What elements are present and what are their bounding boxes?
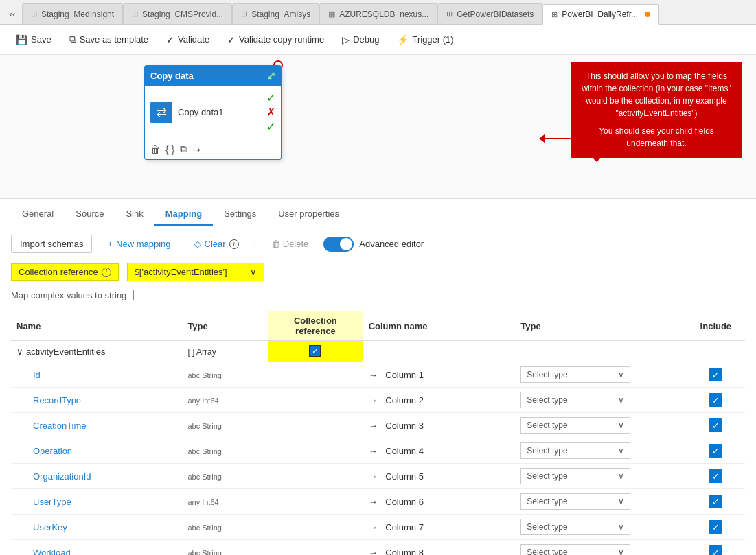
tab-icon: ⊞ [551, 10, 558, 19]
delete-action-icon[interactable]: 🗑 [150, 144, 160, 155]
tabs-bar: ‹‹ ⊞ Staging_MedInsight ⊞ Staging_CMSPro… [0, 0, 756, 25]
row-type2-cell: Select type ∨ [515, 413, 686, 438]
clear-button[interactable]: ◇ Clear i [186, 235, 247, 252]
select-type-dropdown[interactable]: Select type ∨ [520, 544, 630, 555]
row-type-cell: abc String [182, 464, 268, 489]
validate-copy-runtime-button[interactable]: ✓ Validate copy runtime [220, 31, 332, 49]
select-type-dropdown[interactable]: Select type ∨ [520, 442, 630, 459]
field-name: RecordType [33, 395, 81, 405]
row-name-cell: RecordType [11, 388, 182, 413]
collection-reference-label: Collection reference i [11, 263, 119, 281]
debug-label: Debug [353, 34, 379, 45]
field-name: OrganizationId [33, 471, 91, 482]
collection-ref-checkbox[interactable]: ✓ [309, 345, 321, 357]
check-green-icon: ✓ [266, 91, 275, 104]
row-type2-cell: Select type ∨ [515, 540, 686, 556]
include-checkbox[interactable]: ✓ [709, 469, 722, 483]
include-checkbox[interactable]: ✓ [709, 368, 722, 381]
tab-staging-cmsprovid[interactable]: ⊞ Staging_CMSProvid... [123, 3, 232, 24]
tab-powerbi-dailyrefr[interactable]: ⊞ PowerBI_DailyRefr... [542, 4, 659, 25]
table-row: OrganizationId abc String → Column 5 Sel… [11, 464, 745, 489]
include-checkbox[interactable]: ✓ [709, 520, 722, 534]
expand-icon[interactable]: ⤢ [266, 69, 275, 82]
table-row: UserKey abc String → Column 7 Select typ… [11, 515, 745, 540]
new-mapping-button[interactable]: + New mapping [99, 235, 179, 252]
arrow-action-icon[interactable]: ⇢ [192, 144, 201, 155]
row-colref-cell: ✓ [268, 341, 363, 362]
select-type-dropdown[interactable]: Select type ∨ [520, 417, 630, 434]
sub-tab-general[interactable]: General [11, 203, 65, 226]
collection-reference-text: Collection reference [19, 267, 98, 277]
row-colname-cell [363, 341, 516, 362]
row-type2-cell [515, 341, 686, 362]
tab-staging-amisys[interactable]: ⊞ Staging_Amisys [232, 3, 319, 24]
validate-button[interactable]: ✓ Validate [159, 31, 217, 49]
collection-reference-info-icon[interactable]: i [102, 268, 111, 277]
tab-nav-back[interactable]: ‹‹ [3, 3, 22, 24]
tab-label: Staging_MedInsight [41, 10, 114, 19]
sub-tab-source[interactable]: Source [65, 203, 115, 226]
row-name-cell: OrganizationId [11, 464, 182, 489]
select-type-value: Select type [527, 497, 567, 506]
sub-tabs: General Source Sink Mapping Settings Use… [0, 199, 756, 226]
sub-tab-settings[interactable]: Settings [213, 203, 267, 226]
sub-tab-general-label: General [22, 209, 54, 219]
select-type-chevron: ∨ [618, 395, 624, 405]
tab-getpowerbi-datasets[interactable]: ⊞ GetPowerBIDatasets [437, 3, 542, 24]
clear-info-icon[interactable]: i [229, 239, 239, 249]
include-checkbox[interactable]: ✓ [709, 495, 722, 508]
sub-tab-source-label: Source [76, 209, 104, 219]
save-icon: 💾 [16, 34, 27, 45]
row-name-cell: UserType [11, 489, 182, 515]
include-checkbox[interactable]: ✓ [709, 418, 722, 432]
tab-staging-medinsight[interactable]: ⊞ Staging_MedInsight [22, 3, 123, 24]
column-name: Column 2 [385, 395, 424, 405]
trigger-button[interactable]: ⚡ Trigger (1) [389, 31, 461, 49]
tab-azuresqldb-nexus[interactable]: ▦ AZURESQLDB_nexus... [319, 3, 437, 24]
arrow-right: → [369, 471, 378, 482]
debug-button[interactable]: ▷ Debug [334, 31, 387, 49]
expand-chevron[interactable]: ∨ [16, 346, 23, 357]
include-checkbox[interactable]: ✓ [709, 545, 722, 555]
row-name-cell: Id [11, 362, 182, 388]
sub-tab-user-properties[interactable]: User properties [267, 203, 350, 226]
type-badge: any Int64 [187, 397, 218, 405]
select-type-dropdown[interactable]: Select type ∨ [520, 468, 630, 484]
field-name: UserType [33, 497, 71, 507]
copy-action-icon[interactable]: ⧉ [180, 143, 187, 155]
sub-tab-sink[interactable]: Sink [115, 203, 154, 226]
select-type-dropdown[interactable]: Select type ∨ [520, 392, 630, 408]
import-schemas-button[interactable]: Import schemas [11, 235, 92, 253]
map-complex-checkbox[interactable] [133, 290, 144, 300]
select-type-dropdown[interactable]: Select type ∨ [520, 519, 630, 535]
advanced-editor-toggle[interactable] [323, 237, 354, 252]
sub-tab-mapping[interactable]: Mapping [154, 203, 213, 226]
mapping-panel: Import schemas + New mapping ◇ Clear i |… [0, 226, 756, 555]
row-colname-cell: → Column 4 [363, 438, 516, 464]
col-header-include: Include [687, 311, 745, 341]
row-colname-cell: → Column 6 [363, 489, 516, 515]
row-colname-cell: → Column 2 [363, 388, 516, 413]
mapping-controls: Import schemas + New mapping ◇ Clear i |… [11, 235, 745, 253]
include-checkbox[interactable]: ✓ [709, 444, 722, 458]
validate-copy-runtime-label: Validate copy runtime [239, 34, 324, 45]
save-button[interactable]: 💾 Save [8, 31, 59, 49]
row-name-cell: CreationTime [11, 413, 182, 438]
row-include-cell: ✓ [687, 489, 745, 515]
select-type-chevron: ∨ [618, 421, 624, 430]
select-type-chevron: ∨ [618, 446, 624, 456]
select-type-dropdown[interactable]: Select type ∨ [520, 366, 630, 383]
copy-data-title: Copy data [150, 71, 194, 81]
select-type-dropdown[interactable]: Select type ∨ [520, 493, 630, 510]
collection-reference-select[interactable]: $['activityEventEntities'] ∨ [127, 263, 264, 281]
include-checkbox[interactable]: ✓ [709, 393, 722, 407]
row-type2-cell: Select type ∨ [515, 438, 686, 464]
code-action-icon[interactable]: { } [165, 144, 174, 155]
delete-button[interactable]: 🗑 Delete [263, 235, 317, 252]
arrow-right: → [369, 547, 378, 556]
table-body: ∨ activityEventEntities [ ] Array ✓ [11, 341, 745, 556]
tab-label: GetPowerBIDatasets [457, 10, 534, 19]
select-type-value: Select type [527, 395, 567, 405]
row-name-cell: ∨ activityEventEntities [11, 341, 182, 362]
save-as-template-button[interactable]: ⧉ Save as template [62, 30, 156, 49]
